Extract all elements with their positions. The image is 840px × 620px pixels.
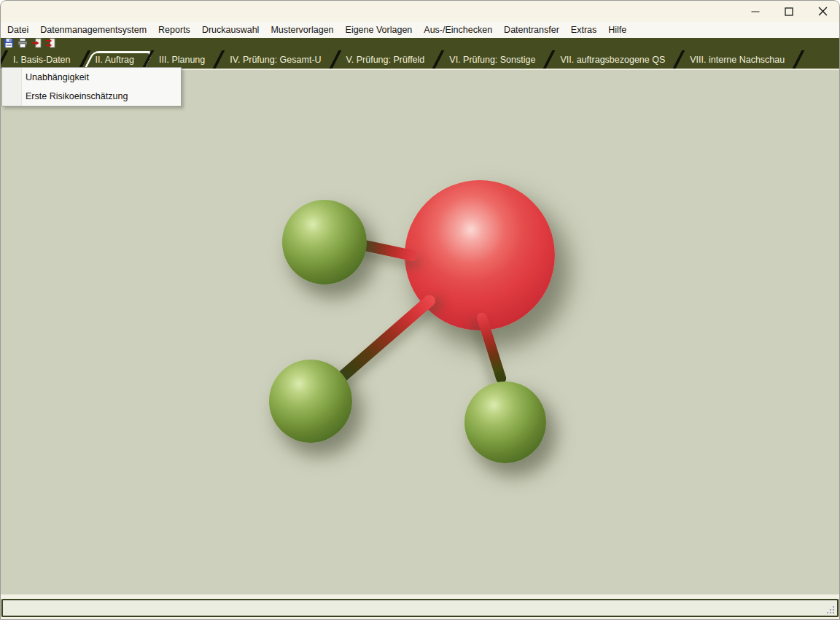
menu-datentransfer[interactable]: Datentransfer	[498, 22, 565, 38]
tab-pruefung-gesamt-u[interactable]: IV. Prüfung: Gesamt-U	[217, 50, 333, 69]
menu-aus-einchecken[interactable]: Aus-/Einchecken	[418, 22, 498, 38]
menu-bar: Datei Datenmanagementsystem Reports Druc…	[1, 22, 839, 38]
check-in-out-button[interactable]	[44, 39, 56, 50]
menu-druckauswahl[interactable]: Druckauswahl	[196, 22, 265, 38]
content-area	[1, 69, 839, 594]
tab-interne-nachschau[interactable]: VIII. interne Nachschau	[677, 50, 797, 69]
tab-label: VII. auftragsbezogene QS	[560, 55, 665, 65]
maximize-button[interactable]	[772, 1, 806, 22]
toolbar	[1, 38, 839, 50]
print-icon	[18, 38, 28, 51]
menu-hilfe[interactable]: Hilfe	[602, 22, 632, 38]
app-window: Datei Datenmanagementsystem Reports Druc…	[0, 0, 840, 620]
tab-separator	[793, 50, 821, 69]
tab-label: II. Auftrag	[96, 55, 135, 65]
check-out-button[interactable]	[30, 39, 42, 50]
menu-eigene-vorlagen[interactable]: Eigene Vorlagen	[340, 22, 419, 38]
minimize-button[interactable]	[739, 1, 772, 22]
menu-extras[interactable]: Extras	[565, 22, 602, 38]
save-icon	[4, 38, 14, 51]
tab-bar-end	[797, 50, 816, 69]
tab-bar: I. Basis-Daten II. Auftrag III. Planung …	[1, 50, 839, 69]
tab-label: I. Basis-Daten	[13, 55, 71, 65]
print-button[interactable]	[16, 39, 28, 50]
tab-dropdown-menu: Unabhängigkeit Erste Risikoeinschätzung	[1, 67, 182, 106]
molecule-green-sphere-bottom-right	[464, 381, 546, 463]
bottom-edge	[1, 617, 839, 619]
tab-label: IV. Prüfung: Gesamt-U	[230, 55, 321, 65]
molecule-green-sphere-top-left	[282, 200, 367, 284]
resize-grip-icon[interactable]	[827, 606, 828, 608]
save-button[interactable]	[2, 39, 15, 50]
menu-item-erste-risikoeinschaetzung[interactable]: Erste Risikoeinschätzung	[2, 88, 181, 106]
menu-datei[interactable]: Datei	[1, 22, 34, 38]
molecule-green-sphere-bottom-left	[269, 360, 352, 443]
tab-pruefung-prueffeld[interactable]: V. Prüfung: Prüffeld	[334, 50, 438, 69]
tab-auftrag[interactable]: II. Auftrag	[83, 50, 147, 69]
tab-auftragsbezogene-qs[interactable]: VII. auftragsbezogene QS	[548, 50, 677, 69]
menu-datenmanagementsystem[interactable]: Datenmanagementsystem	[34, 22, 152, 38]
status-bar	[1, 599, 839, 617]
title-bar	[1, 1, 839, 22]
tab-label: VIII. interne Nachschau	[690, 55, 785, 65]
tab-label: VI. Prüfung: Sonstige	[449, 55, 535, 65]
menu-item-unabhaengigkeit[interactable]: Unabhängigkeit	[2, 69, 181, 87]
menu-reports[interactable]: Reports	[152, 22, 196, 38]
check-out-icon	[31, 38, 42, 51]
close-icon	[818, 7, 828, 16]
tab-planung[interactable]: III. Planung	[147, 50, 217, 69]
tab-basis-daten[interactable]: I. Basis-Daten	[1, 50, 83, 69]
close-button[interactable]	[806, 1, 839, 22]
maximize-icon	[785, 7, 793, 16]
check-in-out-icon	[45, 38, 55, 51]
tab-label: III. Planung	[159, 55, 205, 65]
tab-pruefung-sonstige[interactable]: VI. Prüfung: Sonstige	[437, 50, 548, 69]
menu-mustervorlagen[interactable]: Mustervorlagen	[265, 22, 339, 38]
minimize-icon	[751, 7, 760, 16]
tab-label: V. Prüfung: Prüffeld	[346, 55, 425, 65]
